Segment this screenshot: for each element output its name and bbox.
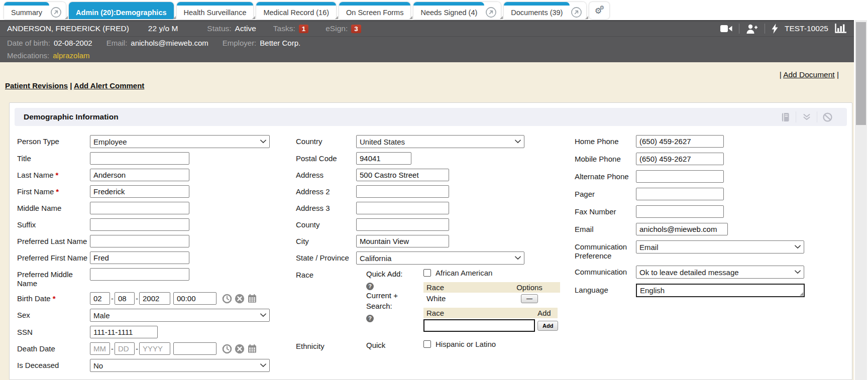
add-alert-comment-link[interactable]: Add Alert Comment: [74, 81, 144, 90]
home-phone-input[interactable]: [636, 135, 724, 148]
birth-date-month-input[interactable]: [90, 292, 110, 305]
external-link-icon[interactable]: [570, 2, 586, 19]
help-icon[interactable]: ?: [366, 283, 374, 290]
tab-health-surveillance[interactable]: Health Surveillance: [177, 2, 254, 19]
race-add-input[interactable]: [423, 319, 535, 332]
address-input[interactable]: [356, 169, 449, 181]
field-label: Birth Date*: [17, 292, 90, 303]
tab-admin-20-demographics[interactable]: Admin (20):Demographics: [69, 2, 173, 19]
fax-number-field: Fax Number: [575, 205, 828, 218]
tab-label: Admin (20):Demographics: [69, 2, 173, 19]
communication-select[interactable]: Ok to leave detailed message: [636, 266, 804, 279]
communication-preference-select[interactable]: Email: [636, 240, 804, 254]
pipe: |: [780, 70, 782, 79]
external-link-icon[interactable]: [484, 2, 501, 19]
address-2-input[interactable]: [356, 185, 449, 198]
first-name-input[interactable]: [90, 185, 189, 198]
medications-value[interactable]: alprazolam: [53, 51, 89, 60]
race-african-american-label: African American: [436, 269, 492, 277]
suffix-input[interactable]: [90, 218, 189, 231]
disable-circle-slash-icon[interactable]: [817, 111, 838, 122]
race-add-button[interactable]: Add: [537, 321, 558, 331]
race-current-block: African AmericanRaceOptionsWhite—RaceAdd…: [423, 269, 560, 332]
employer-label: Employer:: [223, 39, 257, 47]
bar-chart-icon[interactable]: [835, 24, 847, 34]
clock-icon[interactable]: [222, 294, 232, 304]
death-date-month-input[interactable]: [90, 342, 110, 355]
scrollbar-thumb[interactable]: [856, 22, 866, 125]
external-link-icon[interactable]: [49, 2, 66, 19]
alternate-phone-input[interactable]: [636, 170, 724, 183]
lightning-icon[interactable]: [772, 24, 778, 34]
tasks-badge[interactable]: 1: [299, 25, 309, 33]
clear-icon[interactable]: [235, 344, 245, 354]
medications-label: Medications:: [7, 51, 49, 60]
address-2-field: Address 2: [296, 185, 575, 198]
help-icon[interactable]: ?: [366, 315, 374, 322]
death-date-day-input[interactable]: [115, 342, 135, 355]
preferred-first-name-input[interactable]: [90, 251, 189, 264]
preferred-middle-name-input[interactable]: [90, 268, 189, 281]
tab-documents-39[interactable]: Documents (39): [504, 2, 586, 19]
mobile-phone-input[interactable]: [636, 153, 724, 165]
add-document-bar: | Add Document |: [780, 70, 839, 79]
sex-select[interactable]: Male: [90, 309, 270, 322]
race-african-american-checkbox[interactable]: [423, 269, 431, 277]
death-date-time-input[interactable]: [173, 342, 216, 355]
country-field: CountryUnited States: [296, 135, 575, 148]
city-input[interactable]: [356, 235, 449, 247]
preferred-last-name-input[interactable]: [90, 235, 189, 247]
add-document-link[interactable]: Add Document: [783, 70, 835, 79]
video-camera-icon[interactable]: [720, 25, 732, 33]
birth-date-day-input[interactable]: [115, 292, 135, 305]
ssn-input[interactable]: [90, 326, 158, 338]
calendar-icon[interactable]: [247, 344, 257, 354]
field-label: First Name*: [17, 185, 90, 196]
country-select[interactable]: United States: [356, 135, 524, 148]
field-label: County: [296, 218, 356, 229]
ethnicity-hispanic-latino-checkbox[interactable]: [423, 340, 431, 348]
esign-badge[interactable]: 3: [351, 25, 361, 33]
is-deceased-select[interactable]: No: [90, 359, 270, 372]
page-links: Patient Revisions | Add Alert Comment: [5, 81, 144, 90]
ethnicity-hispanic-latino-row: Hispanic or Latino: [423, 340, 496, 348]
ssn-field: SSN: [17, 326, 291, 338]
person-type-select[interactable]: Employee: [90, 135, 270, 148]
patient-revisions-link[interactable]: Patient Revisions: [5, 81, 68, 90]
field-label: Person Type: [17, 135, 90, 146]
birth-date-time-input[interactable]: [173, 292, 216, 305]
fax-number-input[interactable]: [636, 205, 724, 218]
remove-race-button[interactable]: —: [521, 294, 538, 303]
quick-add-label: Quick Add: ?: [366, 269, 408, 290]
field-label: Postal Code: [296, 152, 356, 163]
language-input[interactable]: English: [636, 284, 805, 297]
tab-on-screen-forms[interactable]: On Screen Forms: [339, 2, 410, 19]
field-label: Ethnicity: [296, 340, 356, 351]
birth-date-year-input[interactable]: [139, 292, 170, 305]
middle-name-input[interactable]: [90, 202, 189, 214]
address-3-input[interactable]: [356, 202, 449, 214]
tab-medical-record-16[interactable]: Medical Record (16): [256, 2, 336, 19]
tab-needs-signed-4[interactable]: Needs Signed (4): [413, 2, 501, 19]
postal-code-input[interactable]: [356, 152, 411, 165]
tab-summary[interactable]: Summary: [4, 2, 66, 19]
last-name-input[interactable]: [90, 169, 189, 181]
death-date-year-input[interactable]: [139, 342, 170, 355]
required-asterisk: *: [56, 187, 59, 196]
add-user-icon[interactable]: [746, 24, 758, 34]
title-input[interactable]: [90, 152, 189, 165]
vertical-scrollbar[interactable]: [855, 20, 867, 380]
journal-icon[interactable]: [775, 111, 796, 122]
county-input[interactable]: [356, 218, 449, 231]
pipe: |: [70, 81, 72, 90]
esign-label: eSign:: [325, 24, 348, 33]
calendar-icon[interactable]: [247, 294, 257, 304]
tab-settings-button[interactable]: ⚙ ⚙: [589, 2, 609, 19]
clock-icon[interactable]: [222, 344, 232, 354]
collapse-chevrons-icon[interactable]: [796, 111, 817, 122]
clear-icon[interactable]: [235, 294, 245, 304]
pager-input[interactable]: [636, 188, 724, 200]
field-label: Middle Name: [17, 202, 90, 213]
state-province-select[interactable]: California: [356, 251, 524, 265]
email-input[interactable]: [636, 223, 728, 235]
